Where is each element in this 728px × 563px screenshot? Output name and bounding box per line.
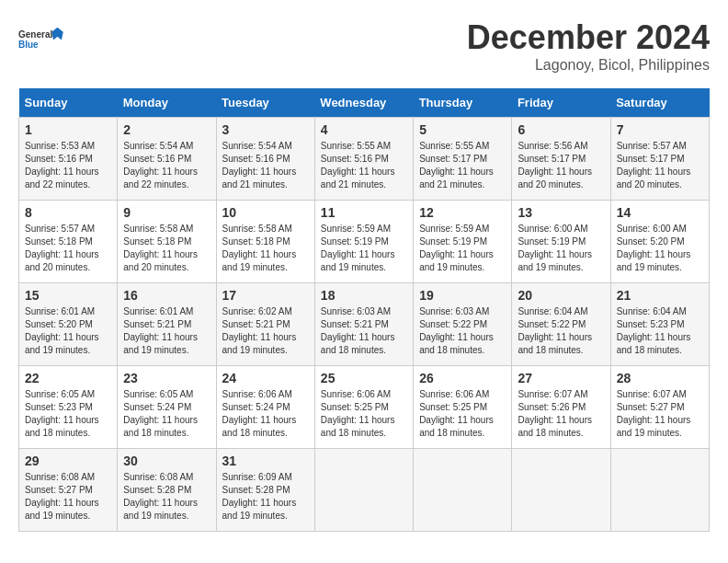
logo: General Blue (18, 18, 64, 60)
calendar-cell: 1Sunrise: 5:53 AM Sunset: 5:16 PM Daylig… (19, 118, 118, 201)
calendar-cell: 6Sunrise: 5:56 AM Sunset: 5:17 PM Daylig… (512, 118, 610, 201)
title-block: December 2024 Lagonoy, Bicol, Philippine… (467, 18, 710, 74)
day-info: Sunrise: 5:57 AM Sunset: 5:17 PM Dayligh… (617, 140, 703, 191)
day-number: 10 (222, 205, 309, 220)
day-number: 24 (222, 371, 309, 385)
day-info: Sunrise: 5:58 AM Sunset: 5:18 PM Dayligh… (222, 223, 309, 274)
day-info: Sunrise: 6:04 AM Sunset: 5:22 PM Dayligh… (518, 305, 604, 357)
week-row-4: 22Sunrise: 6:05 AM Sunset: 5:23 PM Dayli… (19, 366, 710, 449)
day-info: Sunrise: 6:01 AM Sunset: 5:20 PM Dayligh… (25, 305, 111, 357)
calendar-cell: 27Sunrise: 6:07 AM Sunset: 5:26 PM Dayli… (512, 366, 610, 449)
calendar-cell: 21Sunrise: 6:04 AM Sunset: 5:23 PM Dayli… (610, 283, 709, 366)
day-info: Sunrise: 5:54 AM Sunset: 5:16 PM Dayligh… (222, 140, 309, 191)
day-number: 28 (617, 371, 703, 385)
calendar-cell: 3Sunrise: 5:54 AM Sunset: 5:16 PM Daylig… (216, 118, 314, 201)
day-info: Sunrise: 6:06 AM Sunset: 5:25 PM Dayligh… (419, 388, 506, 440)
day-number: 7 (617, 122, 703, 137)
logo-svg: General Blue (18, 18, 64, 60)
day-number: 15 (25, 288, 111, 303)
page-header: General Blue December 2024 Lagonoy, Bico… (18, 18, 710, 74)
week-row-5: 29Sunrise: 6:08 AM Sunset: 5:27 PM Dayli… (19, 449, 710, 532)
location: Lagonoy, Bicol, Philippines (467, 57, 710, 74)
header-row: SundayMondayTuesdayWednesdayThursdayFrid… (19, 88, 710, 118)
day-number: 22 (25, 371, 111, 385)
day-info: Sunrise: 6:06 AM Sunset: 5:25 PM Dayligh… (321, 388, 407, 440)
month-title: December 2024 (467, 18, 710, 57)
day-number: 25 (321, 371, 407, 385)
week-row-1: 1Sunrise: 5:53 AM Sunset: 5:16 PM Daylig… (19, 118, 710, 201)
calendar-cell: 4Sunrise: 5:55 AM Sunset: 5:16 PM Daylig… (314, 118, 413, 201)
day-number: 12 (419, 205, 506, 220)
column-header-saturday: Saturday (610, 88, 709, 118)
day-info: Sunrise: 6:05 AM Sunset: 5:23 PM Dayligh… (25, 388, 111, 440)
calendar-cell: 7Sunrise: 5:57 AM Sunset: 5:17 PM Daylig… (610, 118, 709, 201)
day-info: Sunrise: 6:04 AM Sunset: 5:23 PM Dayligh… (617, 305, 703, 357)
day-info: Sunrise: 6:08 AM Sunset: 5:28 PM Dayligh… (123, 471, 210, 523)
week-row-2: 8Sunrise: 5:57 AM Sunset: 5:18 PM Daylig… (19, 201, 710, 283)
calendar-cell: 24Sunrise: 6:06 AM Sunset: 5:24 PM Dayli… (216, 366, 314, 449)
calendar-cell: 16Sunrise: 6:01 AM Sunset: 5:21 PM Dayli… (118, 283, 216, 366)
calendar-cell (314, 449, 413, 532)
day-number: 20 (518, 288, 604, 303)
day-number: 8 (25, 205, 111, 220)
calendar-table: SundayMondayTuesdayWednesdayThursdayFrid… (18, 88, 710, 532)
day-number: 19 (419, 288, 506, 303)
day-info: Sunrise: 5:56 AM Sunset: 5:17 PM Dayligh… (518, 140, 604, 191)
calendar-cell: 11Sunrise: 5:59 AM Sunset: 5:19 PM Dayli… (314, 201, 413, 283)
calendar-cell: 5Sunrise: 5:55 AM Sunset: 5:17 PM Daylig… (414, 118, 512, 201)
calendar-cell (414, 449, 512, 532)
day-info: Sunrise: 6:00 AM Sunset: 5:19 PM Dayligh… (518, 223, 604, 274)
day-number: 3 (222, 122, 309, 137)
day-info: Sunrise: 6:03 AM Sunset: 5:21 PM Dayligh… (321, 305, 407, 357)
calendar-cell (610, 449, 709, 532)
calendar-cell: 9Sunrise: 5:58 AM Sunset: 5:18 PM Daylig… (118, 201, 216, 283)
day-number: 4 (321, 122, 407, 137)
day-number: 17 (222, 288, 309, 303)
calendar-cell: 26Sunrise: 6:06 AM Sunset: 5:25 PM Dayli… (414, 366, 512, 449)
day-number: 27 (518, 371, 604, 385)
day-info: Sunrise: 6:02 AM Sunset: 5:21 PM Dayligh… (222, 305, 309, 357)
day-info: Sunrise: 6:03 AM Sunset: 5:22 PM Dayligh… (419, 305, 506, 357)
svg-text:Blue: Blue (18, 40, 39, 50)
day-info: Sunrise: 5:55 AM Sunset: 5:16 PM Dayligh… (321, 140, 407, 191)
day-number: 18 (321, 288, 407, 303)
calendar-cell: 28Sunrise: 6:07 AM Sunset: 5:27 PM Dayli… (610, 366, 709, 449)
calendar-cell: 20Sunrise: 6:04 AM Sunset: 5:22 PM Dayli… (512, 283, 610, 366)
day-number: 29 (25, 454, 111, 468)
day-info: Sunrise: 5:57 AM Sunset: 5:18 PM Dayligh… (25, 223, 111, 274)
day-number: 5 (419, 122, 506, 137)
day-info: Sunrise: 5:58 AM Sunset: 5:18 PM Dayligh… (123, 223, 210, 274)
day-info: Sunrise: 6:00 AM Sunset: 5:20 PM Dayligh… (617, 223, 703, 274)
calendar-cell: 25Sunrise: 6:06 AM Sunset: 5:25 PM Dayli… (314, 366, 413, 449)
day-info: Sunrise: 6:09 AM Sunset: 5:28 PM Dayligh… (222, 471, 309, 523)
day-info: Sunrise: 6:07 AM Sunset: 5:27 PM Dayligh… (617, 388, 703, 440)
day-number: 6 (518, 122, 604, 137)
calendar-cell: 31Sunrise: 6:09 AM Sunset: 5:28 PM Dayli… (216, 449, 314, 532)
week-row-3: 15Sunrise: 6:01 AM Sunset: 5:20 PM Dayli… (19, 283, 710, 366)
column-header-thursday: Thursday (414, 88, 512, 118)
column-header-wednesday: Wednesday (314, 88, 413, 118)
column-header-tuesday: Tuesday (216, 88, 314, 118)
calendar-cell: 29Sunrise: 6:08 AM Sunset: 5:27 PM Dayli… (19, 449, 118, 532)
day-number: 1 (25, 122, 111, 137)
column-header-monday: Monday (118, 88, 216, 118)
day-info: Sunrise: 6:01 AM Sunset: 5:21 PM Dayligh… (123, 305, 210, 357)
day-info: Sunrise: 6:08 AM Sunset: 5:27 PM Dayligh… (25, 471, 111, 523)
day-number: 23 (123, 371, 210, 385)
day-info: Sunrise: 5:53 AM Sunset: 5:16 PM Dayligh… (25, 140, 111, 191)
svg-marker-2 (51, 28, 63, 40)
calendar-cell: 19Sunrise: 6:03 AM Sunset: 5:22 PM Dayli… (414, 283, 512, 366)
calendar-cell: 12Sunrise: 5:59 AM Sunset: 5:19 PM Dayli… (414, 201, 512, 283)
calendar-cell: 2Sunrise: 5:54 AM Sunset: 5:16 PM Daylig… (118, 118, 216, 201)
day-info: Sunrise: 6:06 AM Sunset: 5:24 PM Dayligh… (222, 388, 309, 440)
day-info: Sunrise: 5:59 AM Sunset: 5:19 PM Dayligh… (419, 223, 506, 274)
calendar-cell: 15Sunrise: 6:01 AM Sunset: 5:20 PM Dayli… (19, 283, 118, 366)
calendar-cell: 18Sunrise: 6:03 AM Sunset: 5:21 PM Dayli… (314, 283, 413, 366)
day-number: 26 (419, 371, 506, 385)
svg-text:General: General (18, 29, 52, 40)
calendar-cell (512, 449, 610, 532)
column-header-friday: Friday (512, 88, 610, 118)
calendar-cell: 8Sunrise: 5:57 AM Sunset: 5:18 PM Daylig… (19, 201, 118, 283)
calendar-cell: 10Sunrise: 5:58 AM Sunset: 5:18 PM Dayli… (216, 201, 314, 283)
calendar-cell: 17Sunrise: 6:02 AM Sunset: 5:21 PM Dayli… (216, 283, 314, 366)
